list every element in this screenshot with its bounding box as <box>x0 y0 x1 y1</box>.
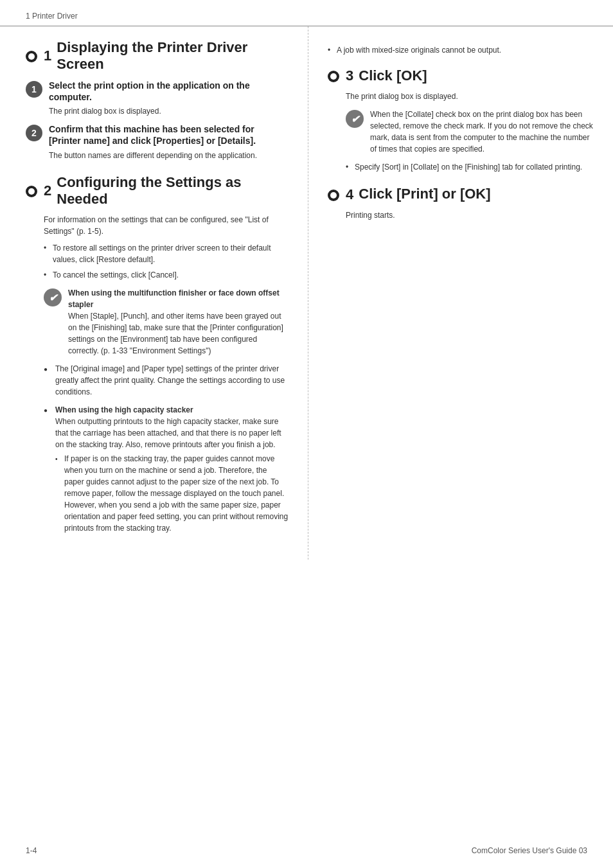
section-3-bullets: Specify [Sort] in [Collate] on the [Fini… <box>346 161 594 173</box>
bullet-inner-4 <box>330 192 337 199</box>
step-2-number: 2 <box>31 128 37 138</box>
step-2-row: 2 Confirm that this machine has been sel… <box>26 123 289 161</box>
note-heading-1: When using the multifunction finisher or… <box>68 288 280 309</box>
section-3-note: ✔ When the [Collate] check box on the pr… <box>346 109 594 155</box>
step-2-title: Confirm that this machine has been selec… <box>49 123 289 146</box>
section-2-bullet-item-0: To restore all settings on the printer d… <box>44 242 289 265</box>
right-top-bullets: A job with mixed-size originals cannot b… <box>328 44 594 56</box>
bullet-inner-2 <box>28 188 35 195</box>
bullet-inner <box>28 53 35 60</box>
section-2-bullet-list: To restore all settings on the printer d… <box>44 242 289 281</box>
section-3-desc: The print dialog box is displayed. <box>346 91 594 102</box>
note-content-2: When the [Collate] check box on the prin… <box>370 109 594 155</box>
section-2-body: For information on the settings that can… <box>26 214 289 534</box>
section-3-bullet-1: Specify [Sort] in [Collate] on the [Fini… <box>346 161 594 173</box>
section-2-title-row: 2 Configuring the Settings as Needed <box>26 174 289 208</box>
section-4-heading: Click [Print] or [OK] <box>359 186 490 202</box>
section-1-title-row: 1 Displaying the Printer Driver Screen <box>26 39 289 73</box>
section-2-heading: Configuring the Settings as Needed <box>57 174 289 208</box>
footer: 1-4 ComColor Series User's Guide 03 <box>26 846 587 855</box>
section-4-number: 4 <box>346 188 353 202</box>
step-1-row: 1 Select the print option in the applica… <box>26 80 289 117</box>
step-1-title: Select the print option in the applicati… <box>49 80 289 103</box>
section-3-number: 3 <box>346 69 353 83</box>
section-4-body: Printing starts. <box>328 209 594 221</box>
right-column: A job with mixed-size originals cannot b… <box>308 26 613 560</box>
section-3-body: The print dialog box is displayed. ✔ Whe… <box>328 91 594 173</box>
section-2: 2 Configuring the Settings as Needed For… <box>26 174 289 535</box>
note-body-1: When [Staple], [Punch], and other items … <box>68 312 283 355</box>
header: 1 Printer Driver <box>0 0 613 26</box>
step-2-content: Confirm that this machine has been selec… <box>49 123 289 161</box>
section-4: 4 Click [Print] or [OK] Printing starts. <box>328 186 594 220</box>
black-bullet-1: The [Original image] and [Paper type] se… <box>44 363 289 398</box>
section-3-title-row: 3 Click [OK] <box>328 67 594 84</box>
note-content-1: When using the multifunction finisher or… <box>68 287 289 357</box>
note-body-2: When the [Collate] check box on the prin… <box>370 110 593 154</box>
section-3-heading: Click [OK] <box>359 67 427 84</box>
bullet-inner-3 <box>330 73 337 80</box>
black-bullet-2-heading: When using the high capacity stacker <box>55 405 193 414</box>
section-1: 1 Displaying the Printer Driver Screen 1… <box>26 39 289 161</box>
sub-bullet-1: If paper is on the stacking tray, the pa… <box>55 453 289 534</box>
series-name: ComColor Series User's Guide 03 <box>472 846 587 855</box>
step-1-content: Select the print option in the applicati… <box>49 80 289 117</box>
black-bullet-1-text: The [Original image] and [Paper type] se… <box>55 364 285 396</box>
mixed-size-note: A job with mixed-size originals cannot b… <box>328 44 594 56</box>
section-3-bullet <box>328 71 339 82</box>
section-2-note: ✔ When using the multifunction finisher … <box>44 287 289 357</box>
section-4-title-row: 4 Click [Print] or [OK] <box>328 186 594 202</box>
step-1-desc: The print dialog box is displayed. <box>49 105 289 117</box>
note-icon-1: ✔ <box>44 288 62 306</box>
section-2-bullet <box>26 186 37 197</box>
sub-bullet-list: If paper is on the stacking tray, the pa… <box>55 453 289 534</box>
note-icon-2: ✔ <box>346 110 364 128</box>
left-column: 1 Displaying the Printer Driver Screen 1… <box>0 26 308 560</box>
page-number: 1-4 <box>26 846 37 855</box>
page: 1 Printer Driver 1 Displaying the Printe… <box>0 0 613 868</box>
section-2-number: 2 <box>44 184 51 198</box>
black-bullet-list: The [Original image] and [Paper type] se… <box>44 363 289 534</box>
section-4-bullet <box>328 190 339 201</box>
step-2-desc: The button names are different depending… <box>49 150 289 161</box>
step-1-number: 1 <box>31 84 37 94</box>
section-3: A job with mixed-size originals cannot b… <box>328 44 594 173</box>
step-2-circle: 2 <box>26 125 42 141</box>
section-1-heading: Displaying the Printer Driver Screen <box>57 39 289 73</box>
section-2-intro: For information on the settings that can… <box>44 214 289 237</box>
section-2-bullet-item-1: To cancel the settings, click [Cancel]. <box>44 269 289 281</box>
black-bullet-2-body: When outputting printouts to the high ca… <box>55 417 281 449</box>
section-4-desc: Printing starts. <box>346 209 594 221</box>
section-1-bullet <box>26 51 37 62</box>
black-bullet-2: When using the high capacity stacker Whe… <box>44 404 289 534</box>
breadcrumb: 1 Printer Driver <box>26 12 78 21</box>
section-1-number: 1 <box>44 49 51 63</box>
step-1-circle: 1 <box>26 81 42 98</box>
